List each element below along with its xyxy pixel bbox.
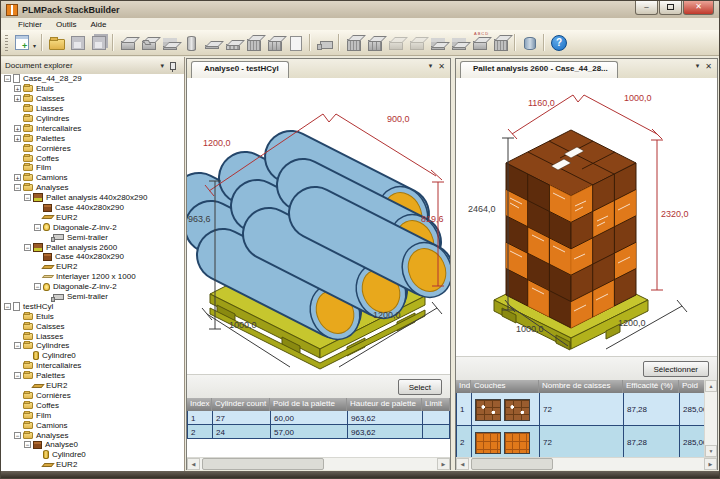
tree-item[interactable]: Case 440x280x290 <box>1 203 184 213</box>
column-header[interactable]: Nombre de caisses <box>539 380 623 393</box>
tree-item[interactable]: −Analyses <box>1 183 184 193</box>
tree-item[interactable]: −Diagonale-Z-inv-2 <box>1 222 184 232</box>
menu-outils[interactable]: Outils <box>49 20 83 29</box>
w1-close-icon[interactable]: ✕ <box>438 62 445 71</box>
help-icon[interactable] <box>549 33 568 52</box>
tree-expander-icon[interactable]: − <box>14 432 21 439</box>
pallet-flat-analysis-icon[interactable] <box>407 33 426 52</box>
tree-item[interactable]: Semi-trailer <box>1 232 184 242</box>
tree-expander-icon[interactable]: − <box>34 224 41 231</box>
layer-analysis-icon[interactable] <box>428 33 447 52</box>
database-icon[interactable] <box>520 33 539 52</box>
tree-expander-icon[interactable]: − <box>34 283 41 290</box>
tree-item[interactable]: −testHCyl <box>1 301 184 311</box>
tree-item[interactable]: +Palettes <box>1 133 184 143</box>
tree-item[interactable]: EUR2 <box>1 212 184 222</box>
tree-item[interactable]: +Intercallaires <box>1 123 184 133</box>
tree-item[interactable]: Film <box>1 163 184 173</box>
column-header[interactable]: Poid <box>679 380 705 393</box>
column-header[interactable]: Poid de la palette <box>270 398 347 411</box>
w2-tab[interactable]: Pallet analysis 2600 - Case_44_28... <box>460 61 618 78</box>
w2-3d-viewport[interactable]: 1160,0 1000,0 2464,0 2320,0 1000,0 1200,… <box>456 78 717 356</box>
tree-item[interactable]: −Palettes <box>1 371 184 381</box>
column-header[interactable]: Limit <box>422 398 450 411</box>
w2-tab-list-icon[interactable]: ▾ <box>696 62 700 71</box>
tree-item[interactable]: Cornières <box>1 391 184 401</box>
tree-expander-icon[interactable]: + <box>14 125 21 132</box>
tree-item[interactable]: −Diagonale-Z-inv-2 <box>1 282 184 292</box>
maximize-button[interactable] <box>659 1 682 15</box>
tree-item[interactable]: EUR2 <box>1 381 184 391</box>
tree-item[interactable]: −Analyse0 <box>1 440 184 450</box>
tree-expander-icon[interactable]: − <box>14 372 21 379</box>
w2-vertical-scrollbar[interactable]: ▲ ▼ <box>704 380 717 457</box>
w1-tab[interactable]: Analyse0 - testHCyl <box>191 61 289 78</box>
column-header[interactable]: Cylinder count <box>212 398 270 411</box>
scroll-left-icon[interactable]: ◀ <box>456 458 469 470</box>
tree-item[interactable]: −Cylindres <box>1 341 184 351</box>
scroll-down-icon[interactable]: ▼ <box>705 445 717 457</box>
pallet-decomposition-icon[interactable] <box>386 33 405 52</box>
tree-item[interactable]: Coffes <box>1 153 184 163</box>
column-header[interactable]: Index <box>456 380 471 393</box>
w1-tab-list-icon[interactable]: ▾ <box>429 62 433 71</box>
save-document-icon[interactable] <box>68 33 87 52</box>
selectionner-button[interactable]: Sélectionner <box>643 361 709 377</box>
tree-item[interactable]: −Pallet analysis 2600 <box>1 242 184 252</box>
column-header[interactable]: Couches <box>471 380 539 393</box>
pallet-analysis-icon[interactable] <box>344 33 363 52</box>
tree-item[interactable]: Cylindre0 <box>1 351 184 361</box>
scroll-right-icon[interactable]: ▶ <box>704 458 717 470</box>
tree-expander-icon[interactable]: − <box>14 184 21 191</box>
menu-aide[interactable]: Aide <box>83 20 113 29</box>
tree-expander-icon[interactable]: + <box>14 135 21 142</box>
scroll-thumb[interactable] <box>471 458 553 470</box>
pin-icon[interactable] <box>170 62 176 70</box>
open-document-icon[interactable] <box>47 33 66 52</box>
w1-horizontal-scrollbar[interactable]: ◀ ▶ <box>187 457 450 470</box>
tree-item[interactable]: −Pallet analysis 440x280x290 <box>1 193 184 203</box>
menu-fichier[interactable]: Fichier <box>11 20 49 29</box>
tree-expander-icon[interactable]: − <box>24 244 31 251</box>
new-crate-icon[interactable] <box>265 33 284 52</box>
tree-item[interactable]: Cornières <box>1 143 184 153</box>
tree-item[interactable]: EUR2 <box>1 262 184 272</box>
new-cylinder-icon[interactable] <box>181 33 200 52</box>
tree-expander-icon[interactable]: − <box>14 342 21 349</box>
minimize-button[interactable]: – <box>635 1 658 15</box>
tree-item[interactable]: Liasses <box>1 331 184 341</box>
layer-edit-icon[interactable] <box>449 33 468 52</box>
grid-optimisation-icon[interactable] <box>491 33 510 52</box>
toolbar-grip[interactable] <box>5 35 8 51</box>
scroll-right-icon[interactable]: ▶ <box>437 458 450 470</box>
tree-item[interactable]: Semi-trailer <box>1 292 184 302</box>
tree-item[interactable]: +Caisses <box>1 94 184 104</box>
tree-item[interactable]: −Case_44_28_29 <box>1 74 184 84</box>
tree-item[interactable]: Coffes <box>1 400 184 410</box>
tree-item[interactable]: Caisses <box>1 321 184 331</box>
tree-expander-icon[interactable]: − <box>24 441 31 448</box>
tree-item[interactable]: +Camions <box>1 173 184 183</box>
tree-item[interactable]: Interlayer 1200 x 1000 <box>1 272 184 282</box>
title-bar[interactable]: PLMPack StackBuilder – ✕ <box>1 1 719 18</box>
save-all-icon[interactable] <box>89 33 108 52</box>
new-case-icon[interactable] <box>118 33 137 52</box>
new-open-case-icon[interactable] <box>139 33 158 52</box>
new-dropdown-caret[interactable]: ▾ <box>33 42 36 49</box>
column-header[interactable]: Index <box>187 398 212 411</box>
copy-document-icon[interactable] <box>286 33 305 52</box>
panel-menu-icon[interactable]: ▾ <box>160 62 164 70</box>
tree-item[interactable]: +Etuis <box>1 84 184 94</box>
solution-row[interactable]: 27287,28285,00 <box>456 426 705 459</box>
tree-expander-icon[interactable]: − <box>24 194 31 201</box>
column-header[interactable]: Efficacité (%) <box>623 380 679 393</box>
tree-item[interactable]: Camions <box>1 420 184 430</box>
tree-item[interactable]: −Analyses <box>1 430 184 440</box>
new-pallet-corners-icon[interactable] <box>244 33 263 52</box>
new-bundle-icon[interactable] <box>160 33 179 52</box>
solution-row[interactable]: 17287,28285,00 <box>456 393 705 426</box>
tree-item[interactable]: EUR2 <box>1 460 184 470</box>
tree-expander-icon[interactable]: + <box>14 174 21 181</box>
new-truck-icon[interactable] <box>315 33 334 52</box>
solution-row[interactable]: 22457,00963,62 <box>187 425 450 439</box>
